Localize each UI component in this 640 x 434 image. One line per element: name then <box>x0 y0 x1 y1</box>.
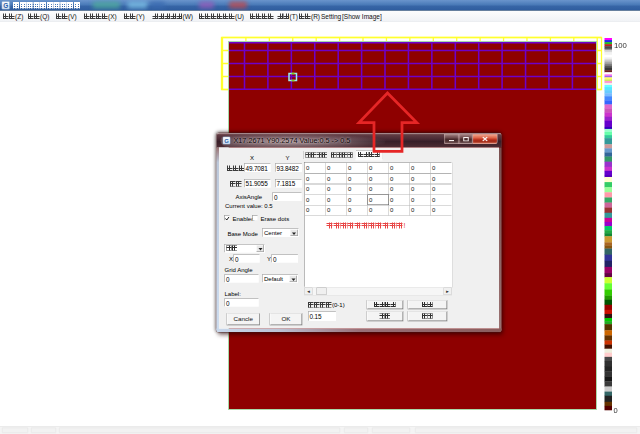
svg-text:0: 0 <box>614 406 618 415</box>
svg-text:100: 100 <box>614 41 627 50</box>
